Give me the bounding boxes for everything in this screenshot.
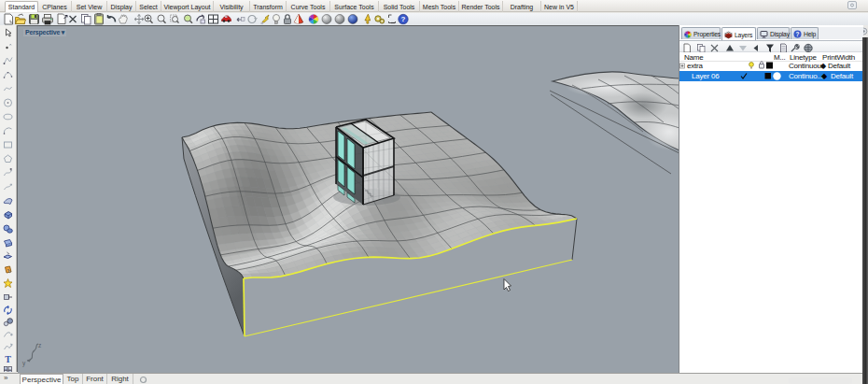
svg-text:?: ?	[796, 31, 800, 37]
svg-text:?: ?	[401, 15, 406, 23]
svg-text:z: z	[38, 342, 41, 348]
svg-text:T: T	[5, 354, 11, 364]
